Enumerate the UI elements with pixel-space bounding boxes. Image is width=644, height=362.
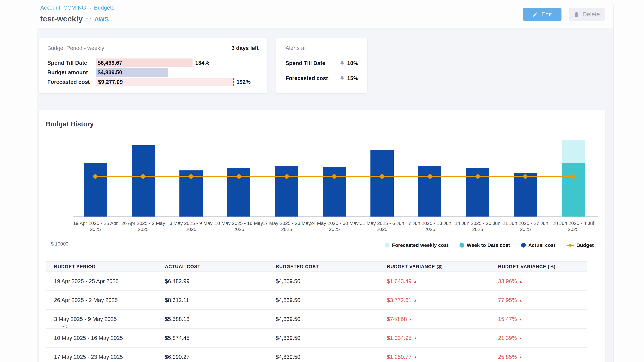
variance-cell: 25.85%▲ — [498, 354, 587, 360]
table-cell: $4,839.50 — [276, 278, 387, 284]
budget-point[interactable] — [523, 174, 528, 179]
legend-item-actual-cost[interactable]: Actual cost — [521, 242, 556, 248]
bp-row-bar-budget: $4,839.50 — [96, 68, 168, 77]
bar-actual-cost[interactable] — [84, 163, 107, 217]
edit-button[interactable]: Edit — [523, 8, 562, 21]
title-row: test-weekly on AWS — [40, 14, 109, 23]
variance-up-icon: ▲ — [519, 355, 522, 359]
variance-up-icon: ▲ — [414, 298, 417, 302]
legend-item-budget[interactable]: Budget — [566, 242, 594, 248]
budget-point[interactable] — [284, 174, 289, 179]
breadcrumb-chevron-icon: › — [89, 4, 91, 11]
budget-point[interactable] — [93, 174, 98, 179]
alert-row-label: Forecasted cost — [286, 75, 328, 81]
bar-actual-cost[interactable] — [370, 150, 394, 217]
delete-button[interactable]: Delete — [569, 8, 605, 21]
table-body: 19 Apr 2025 - 25 Apr 2025$6,482.99$4,839… — [46, 272, 587, 362]
edit-button-label: Edit — [541, 11, 552, 18]
cloud-provider-label: AWS — [94, 16, 109, 23]
x-axis-label: 21 Jun 2025 - 27 Jun 2025 — [501, 220, 550, 232]
variance-up-icon: ▲ — [414, 279, 417, 283]
x-axis-label: 17 May 2025 - 23 May 2025 — [262, 220, 311, 232]
page-title: test-weekly — [40, 14, 83, 23]
bar-actual-cost[interactable] — [418, 166, 442, 217]
variance-up-icon: ▲ — [414, 355, 417, 359]
budget-point[interactable] — [428, 174, 432, 179]
alert-row: Spend Till Date10% — [286, 60, 358, 66]
budget-point[interactable] — [189, 174, 193, 179]
bar-forecasted-weekly-cost[interactable] — [562, 140, 585, 163]
variance-cell: $748.68▲ — [387, 316, 498, 322]
table-cell: 3 May 2025 - 9 May 2025 — [46, 316, 165, 322]
budget-period-rows: Spend Till Date$6,499.67134%Budget amoun… — [47, 58, 258, 87]
table-row[interactable]: 26 Apr 2025 - 2 May 2025$8,612.11$4,839.… — [46, 291, 587, 310]
table-cell: 19 Apr 2025 - 25 Apr 2025 — [46, 278, 165, 284]
table-header-cell: BUDGETED COST — [276, 264, 387, 269]
table-cell: 26 Apr 2025 - 2 May 2025 — [46, 297, 165, 303]
bp-row-value: $4,839.50 — [98, 69, 122, 76]
alert-row: Forecasted cost15% — [286, 75, 358, 81]
variance-up-icon: ▲ — [519, 336, 522, 340]
budget-history-title: Budget History — [46, 120, 94, 128]
budget-history-card: Budget History $ 10000 $ 0 19 Apr 2025 -… — [39, 110, 605, 362]
content-panel: Budget Period - weekly 3 days left Spend… — [37, 28, 614, 362]
x-axis-label: 28 Jun 2025 - 4 Jul 2025 — [549, 220, 598, 232]
gridline-10000 — [73, 134, 598, 134]
variance-cell: $1,034.95▲ — [387, 335, 498, 341]
alerts-title: Alerts at — [286, 45, 306, 51]
x-axis-label: 26 Apr 2025 - 2 May 2025 — [119, 220, 168, 232]
table-header-cell: BUDGET VARIANCE ($) — [387, 264, 498, 269]
bp-row-percent: 134% — [195, 60, 209, 66]
alert-rows: Spend Till Date10%Forecasted cost15% — [286, 60, 358, 81]
budget-point[interactable] — [141, 174, 146, 179]
variance-up-icon: ▲ — [519, 279, 522, 283]
budget-point[interactable] — [332, 174, 336, 179]
trash-icon — [574, 11, 580, 17]
table-header-cell: ACTUAL COST — [165, 264, 276, 269]
legend-swatch — [460, 243, 464, 248]
legend-swatch — [385, 243, 390, 248]
table-header-row: BUDGET PERIODACTUAL COSTBUDGETED COSTBUD… — [46, 261, 587, 272]
table-header-cell: BUDGET PERIOD — [46, 264, 165, 269]
x-axis-label: 7 Jun 2025 - 13 Jun 2025 — [406, 220, 454, 232]
bar-actual-cost[interactable] — [132, 145, 155, 217]
budget-point[interactable] — [237, 174, 241, 179]
budget-point[interactable] — [476, 174, 480, 179]
table-header-cell: BUDGET VARIANCE (%) — [498, 264, 587, 269]
alerts-card: Alerts at Spend Till Date10%Forecasted c… — [276, 37, 367, 93]
bell-icon — [340, 60, 345, 66]
bar-actual-cost[interactable] — [275, 166, 298, 217]
variance-up-icon: ▲ — [414, 336, 417, 340]
bar-week-to-date-cost[interactable] — [562, 163, 585, 217]
breadcrumb-budgets-link[interactable]: Budgets — [94, 4, 114, 11]
bar-actual-cost[interactable] — [514, 173, 537, 217]
bell-icon — [340, 76, 345, 81]
table-row[interactable]: 17 May 2025 - 23 May 2025$6,090.27$4,839… — [46, 348, 587, 362]
table-cell: $4,839.50 — [276, 335, 387, 341]
table-row[interactable]: 10 May 2025 - 16 May 2025$5,874.45$4,839… — [46, 329, 587, 348]
alert-threshold-value: 10% — [347, 60, 358, 66]
alert-row-label: Spend Till Date — [286, 60, 325, 66]
x-axis-label: 19 Apr 2025 - 25 Apr 2025 — [71, 220, 120, 232]
variance-cell: 21.39%▲ — [498, 335, 587, 341]
table-row[interactable]: 3 May 2025 - 9 May 2025$5,588.18$4,839.5… — [46, 310, 587, 329]
breadcrumb-account-link[interactable]: Account: CCM-NG — [40, 4, 86, 11]
table-row[interactable]: 19 Apr 2025 - 25 Apr 2025$6,482.99$4,839… — [46, 272, 587, 291]
bp-row-label: Budget amount — [47, 69, 96, 76]
legend-item-forecasted-weekly-cost[interactable]: Forecasted weekly cost — [385, 242, 448, 248]
bp-row-value: $6,499.67 — [98, 60, 122, 66]
budget-point[interactable] — [571, 174, 576, 179]
variance-cell: 33.96%▲ — [498, 278, 587, 284]
y-axis-max-label: $ 10000 — [39, 241, 68, 247]
legend-item-week-to-date-cost[interactable]: Week to Date cost — [460, 242, 510, 248]
page-header: Account: CCM-NG › Budgets test-weekly on… — [0, 0, 614, 28]
breadcrumb: Account: CCM-NG › Budgets — [40, 4, 114, 11]
variance-cell: 15.47%▲ — [498, 316, 587, 322]
bp-row-percent: 192% — [236, 79, 250, 85]
budget-point[interactable] — [380, 174, 384, 179]
x-axis-label: 14 Jun 2025 - 20 Jun 2025 — [453, 220, 502, 232]
alert-threshold: 10% — [340, 60, 358, 66]
table-cell: $4,839.50 — [276, 316, 387, 322]
table-cell: 17 May 2025 - 23 May 2025 — [46, 354, 165, 360]
table-cell: $6,482.99 — [165, 278, 276, 284]
